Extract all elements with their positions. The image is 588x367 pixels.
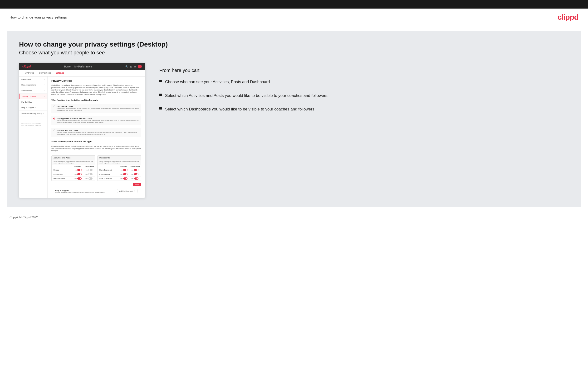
logo: clippd [558,13,579,22]
followers-header: FOLLOWERS [85,166,93,167]
search-icon: 🔍 [125,65,128,68]
app-nav-links: Home My Performance [64,65,92,68]
toggle-row-player-dashboard: Player Dashboard ON ON [97,168,141,172]
radio-everyone-content: Everyone on Clippd Everyone on Clippd ca… [57,105,139,112]
activities-panel-desc: Select the types of activity that you'd … [52,160,95,165]
bullet-item-1: Choose who can see your Activities, Post… [159,79,569,85]
toggle-section: Show or hide specific features in Clippd… [51,140,141,187]
toggle-row-rounds: Rounds ON ON [52,168,95,172]
sidebar-golf-bag[interactable]: My Golf Bag › [19,99,47,105]
radio-coach-content: Only You and Your Coach Only you and the… [57,129,139,136]
ri-coaches-toggle[interactable] [123,173,128,175]
radio-everyone-label: Everyone on Clippd [57,105,139,107]
who-section-title: Who Can See Your Activities and Dashboar… [51,99,141,101]
chevron-right-icon: › [44,84,45,86]
radio-everyone[interactable]: Everyone on Clippd Everyone on Clippd ca… [51,104,141,113]
header-title: How to change your privacy settings [9,15,67,19]
activities-panel: Activities and Posts Select the types of… [51,155,95,181]
hide-section-desc: Regardless of the privacy controls that … [51,145,141,152]
app-nav-icons: 🔍 ⊞ ⚙ [125,65,142,68]
page-subheading: Choose what you want people to see [19,50,569,56]
screenshot-mockup: clippd Home My Performance 🔍 ⊞ ⚙ My Prof… [19,63,145,198]
sidebar-privacy-policy[interactable]: Service & Privacy Policy ↗ [19,111,47,117]
bullet-text-2: Select which Activities and Posts you wo… [165,93,329,99]
help-section: Help & Support Visit our Clippd communit… [51,187,141,195]
header-divider [9,26,579,26]
tab-my-profile[interactable]: My Profile [22,70,37,76]
main-panel: Privacy Controls Control how you and you… [48,76,145,198]
radio-coach-input[interactable] [53,129,55,131]
activities-panel-header: Activities and Posts [52,156,95,160]
drills-label: Practice Drills [53,173,74,175]
save-button[interactable]: Save [133,183,141,186]
round-insights-label: Round Insights [99,173,120,175]
chevron-right-icon: › [44,101,45,103]
sidebar-my-account[interactable]: My Account › [19,76,47,82]
sidebar-help[interactable]: Help & Support ↗ [19,105,47,111]
manual-followers-toggle[interactable] [88,177,93,180]
sidebar-data-integrations[interactable]: Data Integrations › [19,82,47,88]
main-content: How to change your privacy settings (Des… [7,31,581,207]
radio-followers[interactable]: Only Approved Followers and Your Coach O… [51,116,141,125]
bullet-item-2: Select which Activities and Posts you wo… [159,93,569,99]
nav-performance: My Performance [74,65,92,68]
grid-icon: ⊞ [130,65,132,68]
nav-home: Home [64,65,71,68]
settings-icon: ⚙ [134,65,136,68]
toggle-row-round-insights: Round Insights ON ON [97,172,141,176]
drills-followers-toggle[interactable] [88,173,93,175]
dashboards-panel: Dashboards Select the types of activity … [97,155,141,181]
user-avatar [138,65,142,68]
bullet-icon-2 [159,94,162,96]
rounds-coaches-cell: ON [74,169,82,171]
drills-coaches-toggle[interactable] [77,173,82,175]
radio-coach-only[interactable]: Only You and Your Coach Only you and the… [51,128,141,137]
app-nav-logo: clippd [22,65,31,68]
bullets-section: From here you can: Choose who can see yo… [159,63,569,120]
rounds-coaches-toggle[interactable] [77,169,82,171]
from-here-label: From here you can: [159,68,569,73]
save-row: Save [51,181,141,187]
footer: Copyright Clippd 2022 [0,212,588,223]
ri-followers-cell: ON [130,173,139,175]
app-tabs: My Profile Connections Settings [19,70,145,76]
manual-label: Manual Activities [53,178,74,179]
panel-title: Privacy Controls [51,79,141,82]
chevron-right-icon: › [44,95,45,97]
manual-coaches-toggle[interactable] [77,177,82,180]
sidebar-version: Clippd Client Version: 2022.8.2SQL Serve… [19,121,47,128]
ri-followers-toggle[interactable] [134,173,138,175]
radio-followers-input[interactable] [53,117,55,119]
coaches-header-2: COACHES [119,166,128,167]
ww-coaches-toggle[interactable] [123,177,128,180]
dashboards-panel-desc: Select the types of activity that you'd … [97,160,141,165]
visit-community-button[interactable]: Visit Our Community ↗ [117,189,138,193]
sidebar-label: Subscription [21,90,32,92]
sidebar-subscription[interactable]: Subscription › [19,88,47,94]
hide-section-title: Show or hide specific features in Clippd [51,140,141,143]
radio-coach-desc: Only you and the coaches you connect wit… [57,132,139,136]
player-dashboard-toggles: ON ON [120,169,139,171]
ww-followers-toggle[interactable] [134,177,138,180]
rounds-label: Rounds [53,169,74,171]
pd-coaches-toggle[interactable] [123,169,128,171]
what-to-work-label: What To Work On [99,178,120,179]
page-heading: How to change your privacy settings (Des… [19,41,569,48]
sidebar-privacy-controls[interactable]: Privacy Controls › [19,94,47,99]
pd-followers-toggle[interactable] [134,169,138,171]
manual-followers-cell: ON [85,177,93,180]
pd-followers-cell: ON [130,169,139,171]
chevron-right-icon: › [44,78,45,80]
dashboards-table-header: COACHES FOLLOWERS [97,165,141,168]
radio-everyone-input[interactable] [53,106,55,107]
ww-followers-cell: ON [130,177,139,180]
rounds-followers-toggle[interactable] [88,169,93,171]
toggle-row-drills: Practice Drills ON ON [52,172,95,176]
bullet-text-1: Choose who can see your Activities, Post… [165,79,271,85]
bullet-icon-3 [159,107,162,109]
toggle-row-manual: Manual Activities ON ON [52,176,95,181]
player-dashboard-label: Player Dashboard [99,169,120,171]
tab-connections[interactable]: Connections [37,70,53,76]
tab-settings[interactable]: Settings [53,70,67,76]
radio-followers-content: Only Approved Followers and Your Coach O… [57,117,139,124]
